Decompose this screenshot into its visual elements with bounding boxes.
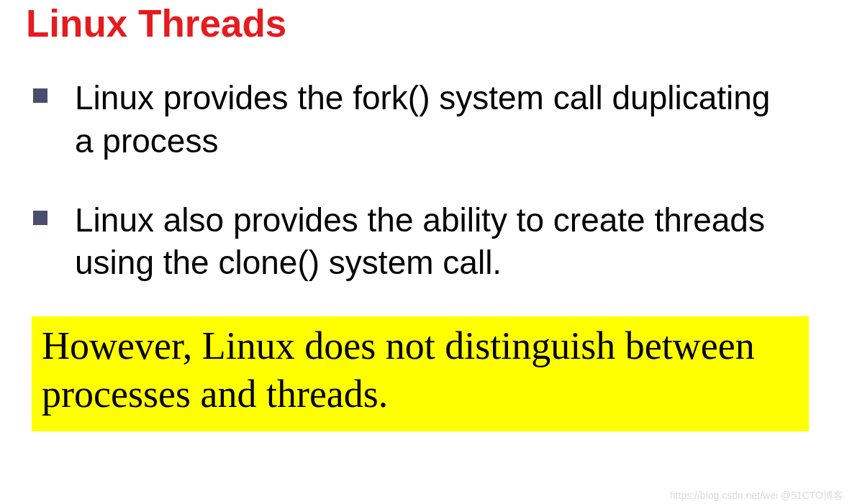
highlight-box: However, Linux does not distinguish betw… bbox=[32, 316, 809, 431]
bullet-text: Linux provides the fork() system call du… bbox=[75, 77, 826, 163]
bullet-item: Linux also provides the ability to creat… bbox=[26, 199, 826, 285]
bullet-text: Linux also provides the ability to creat… bbox=[75, 199, 826, 285]
bullet-item: Linux provides the fork() system call du… bbox=[26, 77, 826, 163]
watermark-text: https://blog.csdn.net/wei @51CTO博客 bbox=[670, 490, 843, 503]
slide-title: Linux Threads bbox=[26, 0, 826, 77]
bullet-marker-icon bbox=[33, 88, 47, 103]
highlight-text: However, Linux does not distinguish betw… bbox=[42, 322, 797, 418]
bullet-list: Linux provides the fork() system call du… bbox=[26, 77, 826, 285]
bullet-marker-icon bbox=[33, 211, 47, 225]
